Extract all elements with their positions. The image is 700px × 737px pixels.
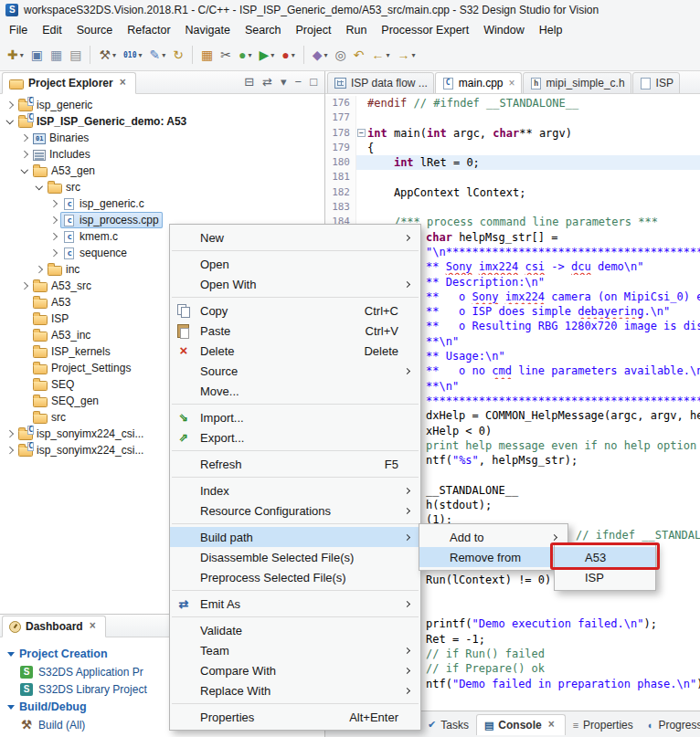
run-button[interactable]: ▶▾ [256, 44, 277, 66]
menu-item-move[interactable]: Move... [170, 381, 420, 401]
menu-item-delete[interactable]: DeleteDelete [170, 341, 420, 361]
maximize-button[interactable]: □ [310, 75, 317, 89]
fold-collapse-icon[interactable]: − [357, 129, 366, 137]
profile-button[interactable]: ◆▾ [310, 44, 331, 66]
tree-item-includes[interactable]: Includes [0, 146, 324, 163]
menu-search[interactable]: Search [238, 22, 289, 38]
menu-source[interactable]: Source [69, 22, 121, 38]
menu-navigate[interactable]: Navigate [178, 22, 238, 38]
menu-item-properties[interactable]: PropertiesAlt+Enter [170, 707, 420, 727]
build-active-button[interactable]: ⚒▾ [96, 44, 119, 66]
binary-tools-button[interactable]: 010▾ [121, 44, 144, 66]
menu-item-replace-with[interactable]: Replace With [170, 680, 420, 700]
editor-tab-isp[interactable]: ISP [632, 72, 680, 94]
editor-tab-main-cpp[interactable]: main.cpp× [435, 72, 522, 94]
menu-item-copy[interactable]: CopyCtrl+C [170, 300, 420, 321]
back-button[interactable]: ←▾ [368, 44, 392, 66]
new-button[interactable]: ✚▾ [5, 44, 27, 66]
menu-item-open[interactable]: Open [170, 254, 420, 274]
tree-item-src[interactable]: src [0, 179, 324, 195]
menu-item-emit-as[interactable]: Emit As [170, 594, 420, 614]
tab-project-explorer[interactable]: Project Explorer [2, 72, 136, 94]
menu-item-a53[interactable]: A53 [555, 547, 655, 567]
chevron-right-icon[interactable] [32, 263, 46, 277]
chevron-right-icon[interactable] [3, 427, 16, 441]
menu-item-export[interactable]: Export... [170, 427, 420, 447]
code-line[interactable]: 181 [325, 170, 700, 184]
chevron-down-icon[interactable] [17, 164, 31, 178]
menu-item-paste[interactable]: PasteCtrl+V [170, 321, 420, 341]
menu-item-validate[interactable]: Validate [170, 620, 420, 640]
save-all-button[interactable]: ▦ [48, 44, 65, 66]
tree-item-isp-generic[interactable]: isp_generic [0, 97, 324, 113]
menu-item-add-to[interactable]: Add to [419, 527, 567, 547]
menu-item-source[interactable]: Source [170, 361, 420, 381]
chevron-right-icon[interactable] [3, 444, 16, 458]
menu-item-index[interactable]: Index [170, 480, 420, 500]
tab-progress[interactable]: ◐Progress [641, 714, 700, 735]
last-edit-button[interactable]: ↶ [351, 44, 367, 66]
close-icon[interactable] [546, 720, 557, 731]
search-button[interactable]: ◎ [333, 44, 349, 66]
link-with-editor-button[interactable]: ⇄ [262, 75, 272, 89]
code-line[interactable]: 180 int lRet = 0; [325, 155, 700, 170]
close-icon[interactable] [88, 621, 99, 632]
stop-button[interactable]: ●▾ [279, 44, 297, 66]
new-c-file-button[interactable]: ✎▾ [147, 44, 169, 66]
code-line[interactable]: 183 [325, 200, 700, 215]
print-button[interactable]: ▤ [67, 44, 84, 66]
tab-console[interactable]: ▤Console [476, 714, 566, 735]
minimize-button[interactable]: − [295, 75, 302, 89]
chevron-right-icon[interactable] [3, 99, 16, 112]
chevron-down-icon[interactable] [32, 181, 46, 195]
tree-item-isp-generic-c[interactable]: isp_generic.c [0, 195, 324, 212]
close-icon[interactable]: × [509, 77, 515, 89]
editor-tab-isp-data-flow[interactable]: ISP data flow ... [327, 72, 434, 94]
chevron-right-icon[interactable] [17, 148, 31, 162]
menu-project[interactable]: Project [289, 22, 339, 38]
tree-item-a53-gen[interactable]: A53_gen [0, 163, 324, 179]
forward-button[interactable]: →▾ [394, 44, 418, 66]
chevron-down-icon[interactable] [3, 115, 16, 129]
chevron-right-icon[interactable] [47, 230, 60, 244]
code-line[interactable]: 176#endif // #ifndef __STANDALONE__ [325, 96, 700, 111]
tab-dashboard[interactable]: Dashboard [2, 616, 106, 637]
chevron-right-icon[interactable] [47, 214, 60, 227]
menu-run[interactable]: Run [338, 22, 374, 38]
refresh-button[interactable]: ↻ [170, 44, 186, 66]
view-menu-button[interactable]: ▾ [281, 75, 287, 89]
section-collapse-icon[interactable] [7, 652, 15, 657]
menu-help[interactable]: Help [532, 22, 570, 38]
code-line[interactable]: 178−int main(int argc, char** argv) [325, 126, 700, 141]
menu-item-compare-with[interactable]: Compare With [170, 660, 420, 680]
menu-item-open-with[interactable]: Open With [170, 274, 420, 294]
tree-item-binaries[interactable]: Binaries [0, 130, 324, 146]
menu-window[interactable]: Window [476, 22, 531, 38]
code-line[interactable]: 182 AppContext lContext; [325, 185, 700, 200]
code-line[interactable]: 179{ [325, 141, 700, 155]
menu-item-resource-configurations[interactable]: Resource Configurations [170, 500, 420, 521]
chevron-right-icon[interactable] [47, 247, 60, 260]
menu-file[interactable]: File [2, 22, 35, 38]
menu-item-refresh[interactable]: RefreshF5 [170, 454, 420, 474]
menu-item-build-path[interactable]: Build path [170, 527, 420, 547]
tab-properties[interactable]: ≡Properties [566, 714, 641, 735]
peripherals-button[interactable]: ▦ [198, 44, 216, 66]
close-icon[interactable] [118, 78, 129, 89]
menu-item-import[interactable]: Import... [170, 407, 420, 427]
menu-item-new[interactable]: New [170, 227, 420, 247]
menu-item-isp[interactable]: ISP [555, 567, 655, 587]
editor-tab-mipi-simple-c-h[interactable]: mipi_simple_c.h [523, 72, 631, 94]
chevron-right-icon[interactable] [17, 132, 31, 145]
section-collapse-icon[interactable] [7, 705, 15, 710]
menu-item-remove-from[interactable]: Remove from [419, 547, 567, 567]
save-button[interactable]: ▣ [28, 44, 46, 66]
tab-tasks[interactable]: ✔Tasks [420, 714, 476, 735]
menu-edit[interactable]: Edit [35, 22, 69, 38]
code-line[interactable]: 177 [325, 111, 700, 125]
menu-item-preprocess-selected-file-s[interactable]: Preprocess Selected File(s) [170, 567, 420, 587]
chevron-right-icon[interactable] [47, 197, 60, 211]
collapse-all-button[interactable]: ⊟ [244, 75, 254, 89]
menu-item-disassemble-selected-file-s[interactable]: Disassemble Selected File(s) [170, 547, 420, 567]
menu-item-team[interactable]: Team [170, 640, 420, 660]
